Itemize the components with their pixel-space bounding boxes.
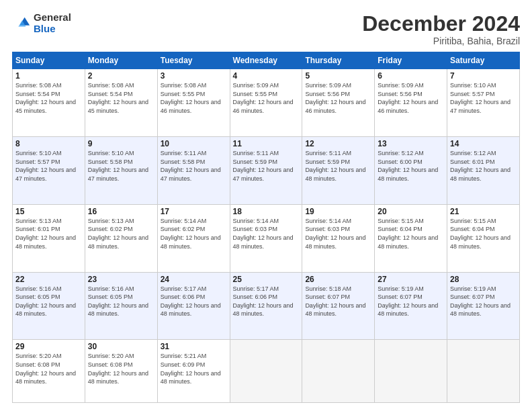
- day-info: Sunrise: 5:21 AMSunset: 6:09 PMDaylight:…: [161, 353, 221, 385]
- day-number: 9: [88, 139, 154, 148]
- day-info: Sunrise: 5:19 AMSunset: 6:07 PMDaylight:…: [450, 285, 511, 318]
- day-number: 23: [88, 275, 154, 284]
- table-row: 22 Sunrise: 5:16 AMSunset: 6:05 PMDaylig…: [13, 272, 520, 340]
- day-number: 6: [378, 71, 444, 81]
- day-number: 19: [305, 207, 371, 216]
- table-row: 1 Sunrise: 5:08 AMSunset: 5:54 PMDayligh…: [13, 69, 520, 137]
- day-number: 5: [305, 71, 371, 81]
- day-info: Sunrise: 5:12 AMSunset: 6:01 PMDaylight:…: [450, 150, 511, 182]
- day-number: 30: [88, 342, 154, 351]
- day-info: Sunrise: 5:14 AMSunset: 6:02 PMDaylight:…: [161, 218, 221, 250]
- day-info: Sunrise: 5:15 AMSunset: 6:04 PMDaylight:…: [378, 218, 438, 250]
- calendar-cell: 29 Sunrise: 5:20 AMSunset: 6:08 PMDaylig…: [13, 340, 85, 403]
- day-info: Sunrise: 5:12 AMSunset: 6:00 PMDaylight:…: [378, 150, 438, 182]
- day-info: Sunrise: 5:11 AMSunset: 5:59 PMDaylight:…: [233, 150, 294, 182]
- logo-text: General Blue: [34, 12, 71, 34]
- col-friday: Friday: [375, 52, 447, 69]
- day-number: 16: [88, 207, 154, 216]
- day-info: Sunrise: 5:17 AMSunset: 6:06 PMDaylight:…: [233, 285, 294, 318]
- day-number: 25: [233, 275, 300, 284]
- title-section: December 2024 Piritiba, Bahia, Brazil: [362, 12, 520, 46]
- day-info: Sunrise: 5:20 AMSunset: 6:08 PMDaylight:…: [88, 353, 148, 385]
- day-number: 21: [450, 207, 517, 216]
- calendar-cell: 22 Sunrise: 5:16 AMSunset: 6:05 PMDaylig…: [13, 272, 85, 340]
- calendar-cell: 26 Sunrise: 5:18 AMSunset: 6:07 PMDaylig…: [302, 272, 375, 340]
- table-row: 15 Sunrise: 5:13 AMSunset: 6:01 PMDaylig…: [13, 204, 520, 272]
- calendar-cell: 23 Sunrise: 5:16 AMSunset: 6:05 PMDaylig…: [85, 272, 157, 340]
- day-info: Sunrise: 5:16 AMSunset: 6:05 PMDaylight:…: [88, 285, 148, 318]
- day-info: Sunrise: 5:10 AMSunset: 5:58 PMDaylight:…: [88, 150, 148, 182]
- day-info: Sunrise: 5:18 AMSunset: 6:07 PMDaylight:…: [305, 285, 365, 318]
- day-number: 15: [15, 207, 82, 216]
- day-info: Sunrise: 5:08 AMSunset: 5:54 PMDaylight:…: [88, 82, 148, 114]
- calendar-cell: 11 Sunrise: 5:11 AMSunset: 5:59 PMDaylig…: [230, 137, 302, 205]
- table-row: 29 Sunrise: 5:20 AMSunset: 6:08 PMDaylig…: [13, 340, 520, 403]
- day-number: 8: [15, 139, 82, 148]
- location: Piritiba, Bahia, Brazil: [362, 36, 520, 46]
- calendar-cell: 28 Sunrise: 5:19 AMSunset: 6:07 PMDaylig…: [447, 272, 520, 340]
- table-row: 8 Sunrise: 5:10 AMSunset: 5:57 PMDayligh…: [13, 137, 520, 205]
- calendar-cell: 9 Sunrise: 5:10 AMSunset: 5:58 PMDayligh…: [85, 137, 157, 205]
- day-number: 28: [450, 275, 517, 284]
- day-info: Sunrise: 5:20 AMSunset: 6:08 PMDaylight:…: [15, 353, 76, 385]
- col-tuesday: Tuesday: [157, 52, 230, 69]
- calendar-cell: 6 Sunrise: 5:09 AMSunset: 5:56 PMDayligh…: [375, 69, 447, 137]
- day-info: Sunrise: 5:08 AMSunset: 5:55 PMDaylight:…: [161, 82, 221, 114]
- calendar-cell: 18 Sunrise: 5:14 AMSunset: 6:03 PMDaylig…: [230, 204, 302, 272]
- calendar-cell: 20 Sunrise: 5:15 AMSunset: 6:04 PMDaylig…: [375, 204, 447, 272]
- col-thursday: Thursday: [302, 52, 375, 69]
- day-number: 14: [450, 139, 517, 148]
- calendar-cell: 2 Sunrise: 5:08 AMSunset: 5:54 PMDayligh…: [85, 69, 157, 137]
- day-info: Sunrise: 5:15 AMSunset: 6:04 PMDaylight:…: [450, 218, 511, 250]
- day-number: 3: [161, 71, 227, 81]
- calendar-cell: 5 Sunrise: 5:09 AMSunset: 5:56 PMDayligh…: [302, 69, 375, 137]
- logo-blue-text: Blue: [34, 24, 71, 35]
- col-monday: Monday: [85, 52, 157, 69]
- calendar-cell: 3 Sunrise: 5:08 AMSunset: 5:55 PMDayligh…: [157, 69, 230, 137]
- calendar-table: Sunday Monday Tuesday Wednesday Thursday…: [12, 52, 520, 403]
- logo: General Blue: [12, 12, 71, 34]
- calendar-cell: [302, 340, 375, 403]
- calendar-cell: 10 Sunrise: 5:11 AMSunset: 5:58 PMDaylig…: [157, 137, 230, 205]
- day-info: Sunrise: 5:14 AMSunset: 6:03 PMDaylight:…: [233, 218, 294, 250]
- col-sunday: Sunday: [13, 52, 85, 69]
- day-info: Sunrise: 5:14 AMSunset: 6:03 PMDaylight:…: [305, 218, 365, 250]
- calendar-cell: 27 Sunrise: 5:19 AMSunset: 6:07 PMDaylig…: [375, 272, 447, 340]
- calendar-cell: [375, 340, 447, 403]
- calendar-cell: [230, 340, 302, 403]
- day-info: Sunrise: 5:08 AMSunset: 5:54 PMDaylight:…: [15, 82, 76, 114]
- day-info: Sunrise: 5:10 AMSunset: 5:57 PMDaylight:…: [450, 82, 511, 114]
- col-wednesday: Wednesday: [230, 52, 302, 69]
- header-row: Sunday Monday Tuesday Wednesday Thursday…: [13, 52, 520, 69]
- day-info: Sunrise: 5:11 AMSunset: 5:59 PMDaylight:…: [305, 150, 365, 182]
- day-info: Sunrise: 5:09 AMSunset: 5:56 PMDaylight:…: [305, 82, 365, 114]
- calendar-cell: 19 Sunrise: 5:14 AMSunset: 6:03 PMDaylig…: [302, 204, 375, 272]
- day-number: 26: [305, 275, 371, 284]
- day-number: 10: [161, 139, 227, 148]
- day-info: Sunrise: 5:13 AMSunset: 6:01 PMDaylight:…: [15, 218, 76, 250]
- day-info: Sunrise: 5:11 AMSunset: 5:58 PMDaylight:…: [161, 150, 221, 182]
- logo-general-text: General: [34, 12, 71, 24]
- calendar-cell: 4 Sunrise: 5:09 AMSunset: 5:55 PMDayligh…: [230, 69, 302, 137]
- day-number: 12: [305, 139, 371, 148]
- day-number: 31: [161, 342, 227, 351]
- calendar-cell: 21 Sunrise: 5:15 AMSunset: 6:04 PMDaylig…: [447, 204, 520, 272]
- day-number: 17: [161, 207, 227, 216]
- calendar-cell: 14 Sunrise: 5:12 AMSunset: 6:01 PMDaylig…: [447, 137, 520, 205]
- col-saturday: Saturday: [447, 52, 520, 69]
- day-number: 20: [378, 207, 444, 216]
- day-info: Sunrise: 5:13 AMSunset: 6:02 PMDaylight:…: [88, 218, 148, 250]
- header: General Blue December 2024 Piritiba, Bah…: [12, 12, 520, 46]
- day-number: 2: [88, 71, 154, 81]
- calendar-cell: 12 Sunrise: 5:11 AMSunset: 5:59 PMDaylig…: [302, 137, 375, 205]
- month-title: December 2024: [362, 12, 520, 36]
- page: General Blue December 2024 Piritiba, Bah…: [0, 0, 532, 411]
- day-number: 7: [450, 71, 517, 81]
- day-info: Sunrise: 5:16 AMSunset: 6:05 PMDaylight:…: [15, 285, 76, 318]
- logo-icon: [12, 14, 31, 33]
- calendar-cell: 7 Sunrise: 5:10 AMSunset: 5:57 PMDayligh…: [447, 69, 520, 137]
- day-number: 18: [233, 207, 300, 216]
- day-info: Sunrise: 5:10 AMSunset: 5:57 PMDaylight:…: [15, 150, 76, 182]
- calendar-cell: 1 Sunrise: 5:08 AMSunset: 5:54 PMDayligh…: [13, 69, 85, 137]
- day-info: Sunrise: 5:09 AMSunset: 5:55 PMDaylight:…: [233, 82, 294, 114]
